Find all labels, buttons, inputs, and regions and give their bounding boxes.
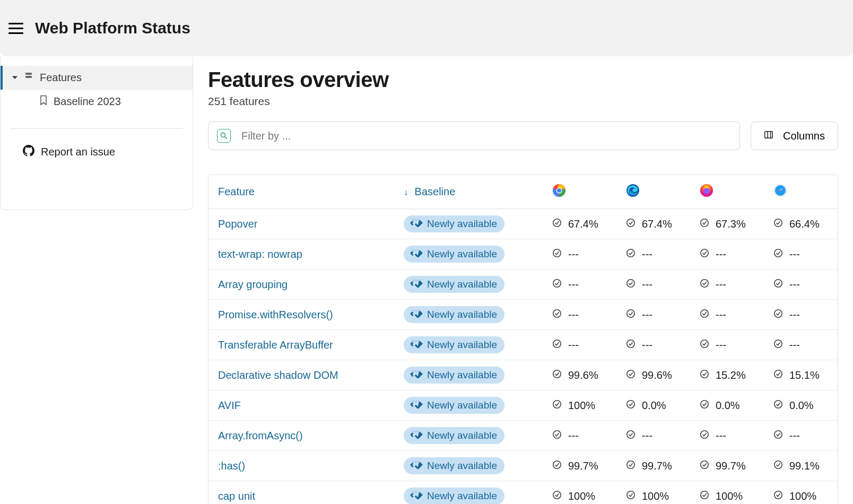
metric-cell: 15.2% xyxy=(700,369,747,381)
svg-point-17 xyxy=(701,219,708,226)
feature-link[interactable]: :has() xyxy=(218,460,245,472)
column-header-feature[interactable]: Feature xyxy=(208,175,394,209)
svg-point-23 xyxy=(553,279,561,286)
check-icon xyxy=(552,248,562,260)
metric-value: 100% xyxy=(642,490,674,502)
metric-cell: --- xyxy=(773,248,821,260)
metric-value: --- xyxy=(716,430,747,442)
metric-value: 0.0% xyxy=(716,399,747,412)
metric-value: --- xyxy=(789,430,821,442)
check-icon xyxy=(552,279,562,291)
metric-value: --- xyxy=(642,309,674,321)
sidebar-item-features[interactable]: Features xyxy=(1,66,193,90)
feature-link[interactable]: text-wrap: nowrap xyxy=(218,248,302,260)
svg-point-50 xyxy=(774,460,782,468)
svg-point-26 xyxy=(774,279,782,286)
metric-value: 15.1% xyxy=(789,369,821,381)
svg-point-49 xyxy=(701,460,708,468)
svg-point-34 xyxy=(774,340,782,347)
metric-cell: 99.6% xyxy=(626,369,674,381)
baseline-newly-icon xyxy=(409,399,423,411)
metric-cell: 99.6% xyxy=(552,369,600,381)
page-subtitle: 251 features xyxy=(208,95,838,108)
svg-point-36 xyxy=(627,370,634,377)
app-title: Web Platform Status xyxy=(35,19,190,37)
metric-cell: --- xyxy=(552,248,600,260)
svg-point-18 xyxy=(774,219,782,226)
features-table: Feature ↓ Baseline xyxy=(208,175,838,504)
metric-value: 0.0% xyxy=(642,399,674,412)
check-icon xyxy=(626,460,636,472)
metric-value: --- xyxy=(789,279,821,291)
filter-input[interactable] xyxy=(241,130,731,142)
column-header-baseline[interactable]: ↓ Baseline xyxy=(394,175,543,209)
metric-value: --- xyxy=(568,430,600,442)
metric-cell: 0.0% xyxy=(700,399,747,412)
column-header-safari[interactable] xyxy=(764,175,838,209)
baseline-chip-label: Newly available xyxy=(427,399,497,411)
table-row: Array groupingNewly available-----------… xyxy=(208,270,838,300)
svg-point-27 xyxy=(553,309,561,317)
metric-value: 100% xyxy=(568,490,600,502)
feature-link[interactable]: Transferable ArrayBuffer xyxy=(218,339,333,351)
feature-link[interactable]: Promise.withResolvers() xyxy=(218,309,333,320)
metric-cell: 100% xyxy=(626,490,674,502)
feature-link[interactable]: Array.fromAsync() xyxy=(218,430,303,441)
check-icon xyxy=(773,339,783,351)
svg-point-41 xyxy=(701,400,708,407)
sidebar-divider xyxy=(10,128,183,129)
column-header-firefox[interactable] xyxy=(690,175,764,209)
metric-cell: --- xyxy=(626,430,674,442)
sidebar-item-baseline-2023[interactable]: Baseline 2023 xyxy=(1,90,193,114)
svg-point-28 xyxy=(627,309,634,317)
svg-point-43 xyxy=(553,430,561,438)
table-row: text-wrap: nowrapNewly available--------… xyxy=(208,239,838,270)
sidebar-item-label: Baseline 2023 xyxy=(54,95,121,108)
check-icon xyxy=(773,490,783,502)
metric-cell: 100% xyxy=(700,490,747,502)
topbar: Web Platform Status xyxy=(0,0,853,56)
svg-point-45 xyxy=(701,430,708,438)
feature-link[interactable]: Popover xyxy=(218,218,258,230)
svg-point-53 xyxy=(701,491,708,498)
svg-point-12 xyxy=(703,188,710,194)
baseline-newly-icon xyxy=(409,279,423,290)
menu-icon[interactable] xyxy=(4,15,30,41)
report-issue-link[interactable]: Report an issue xyxy=(1,140,193,164)
edge-icon xyxy=(626,184,640,197)
metric-value: --- xyxy=(716,309,747,321)
filter-input-wrap[interactable] xyxy=(208,121,740,150)
metric-value: 100% xyxy=(568,399,600,412)
metric-value: --- xyxy=(642,279,674,291)
column-header-chrome[interactable] xyxy=(543,175,616,209)
page-title: Features overview xyxy=(208,68,838,92)
feature-link[interactable]: Array grouping xyxy=(218,279,288,290)
metric-cell: 67.4% xyxy=(552,218,600,230)
check-icon xyxy=(773,460,783,472)
feature-link[interactable]: Declarative shadow DOM xyxy=(218,369,338,381)
baseline-newly-icon xyxy=(409,218,423,230)
svg-point-30 xyxy=(774,309,782,317)
bookmark-icon xyxy=(39,95,48,108)
svg-rect-1 xyxy=(25,76,32,78)
metric-value: --- xyxy=(716,279,747,291)
feature-link[interactable]: AVIF xyxy=(218,399,241,411)
svg-point-42 xyxy=(774,400,782,407)
metric-cell: 66.4% xyxy=(773,218,821,230)
svg-point-2 xyxy=(221,133,225,137)
feature-link[interactable]: cap unit xyxy=(218,490,255,502)
svg-point-32 xyxy=(627,340,634,347)
toolbar: Columns xyxy=(208,121,838,150)
baseline-chip-label: Newly available xyxy=(427,248,497,260)
check-icon xyxy=(552,369,562,381)
report-issue-label: Report an issue xyxy=(41,146,115,158)
check-icon xyxy=(552,339,562,351)
metric-value: 99.7% xyxy=(568,460,600,472)
columns-button[interactable]: Columns xyxy=(751,121,838,150)
check-icon xyxy=(700,218,709,230)
metric-cell: 15.1% xyxy=(773,369,821,381)
svg-point-22 xyxy=(774,249,782,256)
metric-value: --- xyxy=(642,339,674,351)
column-header-edge[interactable] xyxy=(616,175,690,209)
check-icon xyxy=(700,490,709,502)
